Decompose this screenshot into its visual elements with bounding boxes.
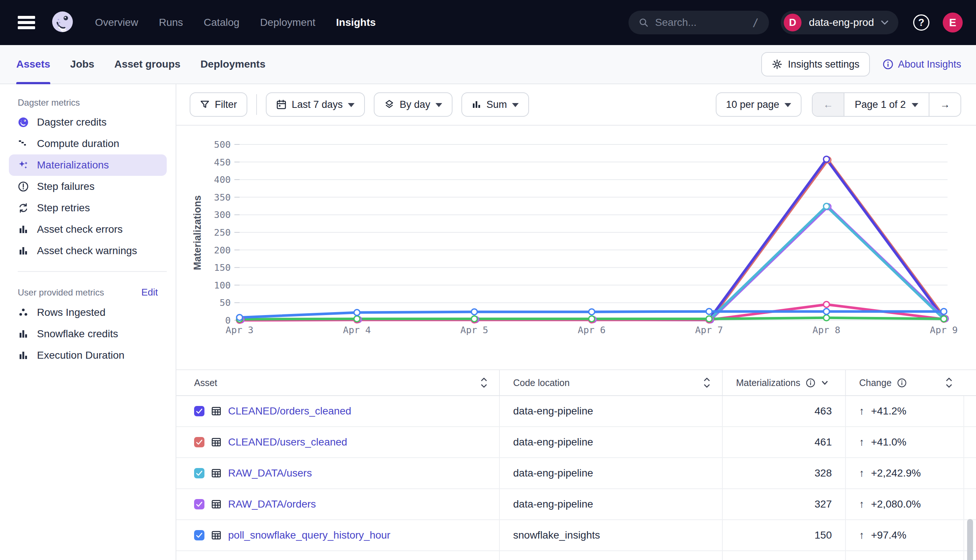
aggregation-button[interactable]: Sum [461,92,530,117]
sidebar-item-snowflake-credits[interactable]: Snowflake credits [9,323,167,345]
insights-tab-bar: AssetsJobsAsset groupsDeployments Insigh… [0,45,976,84]
top-navigation-bar: OverviewRunsCatalogDeploymentInsights Se… [0,0,976,45]
tabbar-actions: Insights settings About Insights [761,52,961,77]
change-cell: ↑+2,250.0% [846,551,964,560]
nav-item-deployment[interactable]: Deployment [260,17,315,28]
dagster-logo-icon[interactable] [48,8,77,37]
nav-item-insights[interactable]: Insights [336,17,376,28]
sidebar-item-dagster-credits[interactable]: Dagster credits [9,112,167,133]
asset-cell: poll_snowflake_query_history_hour [176,520,500,550]
asset-link[interactable]: CLEANED/users_cleaned [228,436,347,448]
next-page-button[interactable]: → [929,93,961,116]
column-header-asset[interactable]: Asset [176,370,500,395]
y-tick-label: 50 [220,297,231,308]
sidebar-item-materializations[interactable]: Materializations [9,154,167,176]
y-tick-label: 500 [214,139,231,150]
change-value: +2,080.0% [871,498,921,510]
scrollbar-gutter [964,458,976,488]
data-point [824,203,830,210]
sidebar-item-asset-check-errors[interactable]: Asset check errors [9,219,167,240]
sidebar-item-compute-duration[interactable]: Compute duration [9,133,167,154]
sidebar-item-asset-check-warnings[interactable]: Asset check warnings [9,240,167,262]
about-insights-link[interactable]: About Insights [882,59,961,70]
data-point [941,316,947,322]
search-input[interactable]: Search... / [628,11,769,34]
filter-label: Filter [215,99,237,110]
calendar-icon [276,99,286,110]
up-arrow-icon: ↑ [859,405,864,417]
search-icon [639,18,648,27]
scrollbar-gutter [964,396,976,426]
sidebar-item-step-retries[interactable]: Step retries [9,197,167,219]
asset-checkbox[interactable] [194,437,204,447]
nav-item-overview[interactable]: Overview [95,17,138,28]
data-point [589,309,595,315]
chart-toolbar: Filter Last 7 days [176,84,976,126]
data-point [824,156,830,162]
date-range-button[interactable]: Last 7 days [266,92,365,117]
edit-user-metrics-link[interactable]: Edit [141,287,158,298]
toolbar-divider [256,94,257,115]
page-select-button[interactable]: Page 1 of 2 [844,93,929,116]
chevron-down-icon [881,20,889,25]
sidebar-item-execution-duration[interactable]: Execution Duration [9,345,167,366]
previous-page-button[interactable]: ← [812,93,844,116]
chevron-down-icon [912,103,918,107]
asset-link[interactable]: RAW_DATA/users [228,467,312,479]
asset-checkbox[interactable] [194,499,204,509]
group-by-button[interactable]: By day [374,92,453,117]
y-tick-label: 0 [225,315,231,326]
sort-desc-icon[interactable] [821,380,829,386]
menu-icon[interactable] [18,16,35,29]
column-header-materializations[interactable]: Materializations [723,370,846,395]
insights-settings-label: Insights settings [788,59,859,70]
data-point [824,308,830,314]
tab-deployments[interactable]: Deployments [201,45,266,83]
x-tick-label: Apr 4 [343,325,371,335]
table-row: RAW_DATA/usersdata-eng-pipeline328↑+2,24… [176,458,976,489]
asset-checkbox[interactable] [194,530,204,540]
nav-item-runs[interactable]: Runs [159,17,183,28]
y-tick-label: 300 [214,210,231,220]
bar-chart-icon [18,245,29,257]
check-icon [196,500,203,508]
sidebar-item-label: Snowflake credits [37,328,118,340]
asset-link[interactable]: CLEANED/orders_cleaned [228,405,351,417]
filter-icon [200,100,210,109]
nav-item-catalog[interactable]: Catalog [204,17,239,28]
scrollbar-gutter [964,427,976,457]
info-icon[interactable] [806,378,816,388]
bar-chart-icon [18,328,29,340]
help-icon[interactable]: ? [913,14,929,31]
insights-settings-button[interactable]: Insights settings [761,52,870,77]
sidebar-item-step-failures[interactable]: Step failures [9,176,167,197]
y-tick-label: 250 [214,227,231,238]
sort-icon[interactable] [703,377,711,388]
asset-link[interactable]: poll_snowflake_query_history_hour [228,529,390,541]
asset-link[interactable]: RAW_DATA/orders [228,498,316,510]
table-row: CLEANED/items_cleaneddata-eng-pipeline47… [176,551,976,560]
sidebar-item-rows-ingested[interactable]: Rows Ingested [9,302,167,323]
data-point [354,310,360,315]
sort-icon[interactable] [480,377,488,388]
table-scrollbar[interactable] [967,519,973,560]
filter-button[interactable]: Filter [190,92,247,117]
sidebar-item-label: Compute duration [37,138,119,150]
info-icon[interactable] [897,378,907,388]
tab-jobs[interactable]: Jobs [70,45,94,83]
per-page-button[interactable]: 10 per page [716,92,802,117]
column-header-code-location[interactable]: Code location [500,370,723,395]
tab-asset-groups[interactable]: Asset groups [114,45,180,83]
chevron-down-icon [784,103,791,107]
asset-checkbox[interactable] [194,406,204,416]
asset-checkbox[interactable] [194,468,204,478]
y-axis-title: Materializations [192,195,203,270]
sort-icon[interactable] [945,377,953,388]
code-location-cell: data-eng-pipeline [500,489,723,519]
column-header-change[interactable]: Change [846,370,964,395]
tab-assets[interactable]: Assets [16,45,50,83]
org-switcher[interactable]: D data-eng-prod [781,11,898,34]
alert-circle-icon [18,181,29,192]
user-avatar[interactable]: E [943,13,963,33]
table-asset-icon [211,499,221,509]
